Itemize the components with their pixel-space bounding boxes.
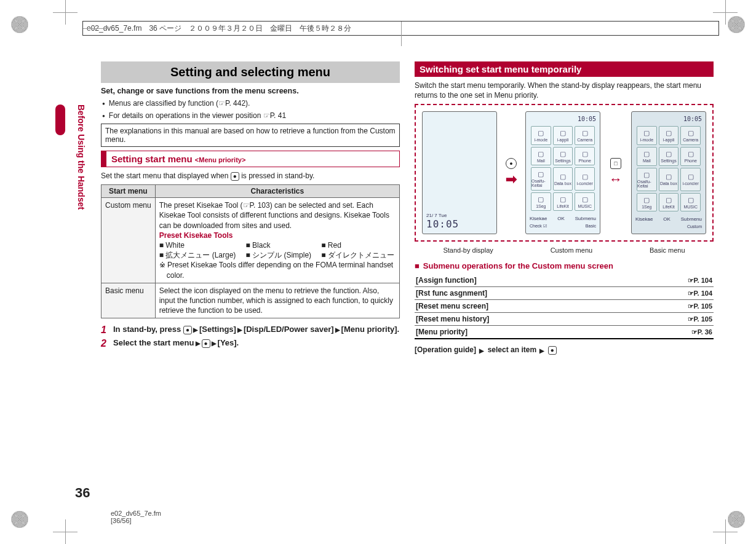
menu-cell-label: i-concier — [682, 181, 698, 186]
menu-cell: ▢MUSIC — [680, 193, 701, 212]
step-2: 2 Select the start menu▶●▶[Yes]. — [101, 338, 400, 349]
arrow-right-icon: ▶ — [194, 340, 202, 347]
menu-cell-label: Osaifu-Keitai — [637, 179, 656, 188]
preset-item: ダイレクトメニュー — [321, 250, 396, 260]
table-row: [Assign function]☞P. 104 — [415, 274, 714, 287]
menu-cell: ▢Data box — [553, 167, 573, 191]
bullet-item: Menus are classified by function (☞P. 44… — [101, 99, 400, 108]
lead-text: Set, change or save functions from the m… — [101, 87, 400, 95]
printers-target-icon — [11, 511, 28, 528]
preset-item: Black — [245, 240, 312, 250]
app-icon: ▢ — [643, 196, 650, 204]
arrow-both-icon: ↔ — [609, 171, 623, 187]
menu-cell-label: MUSIC — [683, 205, 698, 209]
menu-grid: ▢i-mode▢i-appli▢Camera▢Mail▢Settings▢Pho… — [635, 122, 702, 215]
crop-mark-icon — [704, 23, 715, 34]
menu-cell-label: Data box — [660, 181, 677, 186]
table-row: Basic menu Select the icon displayed on … — [101, 283, 400, 318]
table-row: [Reset menu screen]☞P. 105 — [415, 300, 714, 313]
menu-cell-label: Phone — [579, 159, 591, 163]
menu-cell-label: Settings — [555, 159, 570, 163]
ref-label: [Rst func asgnment] — [415, 287, 634, 300]
menu-cell: ▢LifeKit — [659, 193, 679, 212]
section-tab-label: Before Using the Handset — [76, 104, 86, 210]
operation-guide-line: [Operation guide] ▶ select an item ▶ ● — [415, 343, 714, 355]
menu-cell: ▢Osaifu-Keitai — [637, 168, 657, 191]
menu-cell: ▢Settings — [659, 147, 679, 166]
menu-cell-label: Settings — [661, 159, 676, 163]
app-icon: ▢ — [666, 129, 672, 137]
table-cell: Custom menu — [101, 198, 156, 283]
app-icon: ▢ — [666, 150, 672, 158]
app-icon: ▢ — [538, 170, 544, 178]
app-icon: ▢ — [688, 129, 694, 137]
note-box: The explanations in this manual are base… — [101, 124, 400, 147]
menu-cell-label: LifeKit — [557, 204, 568, 208]
crop-mark-icon — [53, 519, 78, 544]
preset-title: Preset Kisekae Tools — [159, 231, 396, 240]
app-icon: ▢ — [666, 196, 672, 204]
tab-marker-icon — [55, 104, 65, 135]
illustration-box: 21/ 7 Tue 10:05 ● ➡ 10:05 ▢i-mode▢i-appl… — [415, 104, 714, 242]
menu-cell-label: i-concier — [576, 181, 592, 186]
right-column: Switching set start menu temporarily Swi… — [415, 61, 714, 495]
arrow-right-icon: ➡ — [506, 171, 517, 187]
menu-cell: ▢Mail — [637, 147, 657, 166]
table-cell: Basic menu — [101, 283, 156, 318]
arrow-right-icon: ▶ — [478, 347, 485, 354]
menu-grid: ▢i-mode▢i-appli▢Camera▢Mail▢Settings▢Pho… — [530, 122, 596, 215]
menu-cell: ▢Osaifu-Keitai — [531, 167, 551, 191]
step-1: 1 In stand-by, press ●▶[Settings]▶[Disp/… — [101, 325, 400, 336]
intro-text: Set the start menu that displayed when ●… — [101, 171, 400, 181]
ref-label: [Assign function] — [415, 274, 634, 287]
menu-cell: ▢Settings — [553, 147, 573, 166]
menu-cell: ▢Phone — [680, 147, 701, 166]
menu-cell: ▢Phone — [575, 147, 595, 166]
menu-cell-label: Data box — [554, 181, 571, 186]
menu-cell: ▢i-appli — [659, 126, 679, 145]
menu-cell: ▢Mail — [531, 147, 551, 166]
preset-item: 拡大メニュー (Large) — [159, 250, 237, 260]
arrow-right-icon: ▶ — [236, 326, 244, 333]
center-key-icon: ● — [183, 326, 192, 334]
reference-table: [Assign function]☞P. 104[Rst func asgnme… — [415, 274, 714, 339]
center-key-icon: ● — [506, 158, 517, 169]
caption: Custom menu — [551, 246, 592, 254]
app-icon: ▢ — [560, 173, 566, 181]
ref-page: ☞P. 104 — [634, 274, 714, 287]
app-icon: ▢ — [560, 150, 566, 158]
phone-basic-menu: 10:05 ▢i-mode▢i-appli▢Camera▢Mail▢Settin… — [631, 111, 706, 234]
center-key-icon: ● — [231, 172, 239, 181]
ref-label: [Menu priority] — [415, 326, 634, 339]
crop-mark-icon — [53, 0, 78, 25]
printers-target-icon — [11, 16, 28, 33]
ref-label: [Reset menu screen] — [415, 300, 634, 313]
ref-label: [Reset menu history] — [415, 313, 634, 326]
app-icon: ▢ — [582, 150, 588, 158]
menu-cell-label: 1Seg — [536, 204, 546, 208]
app-icon: ▢ — [666, 173, 672, 181]
header-text: e02_dv65_7e.fm 36 ページ ２００９年３月２０日 金曜日 午後５… — [87, 23, 351, 34]
preset-item: White — [159, 240, 237, 250]
caption: Basic menu — [650, 246, 685, 254]
app-icon: ▢ — [560, 195, 566, 203]
table-header: Characteristics — [155, 185, 399, 198]
left-column: Setting and selecting menu Set, change o… — [101, 61, 400, 495]
arrow-right-icon: ▶ — [334, 326, 341, 333]
center-key-icon: ● — [202, 339, 210, 348]
menu-cell: ▢1Seg — [637, 193, 657, 212]
caption: Stand-by display — [443, 246, 493, 254]
menu-cell: ▢i-concier — [575, 167, 595, 191]
menu-cell: ▢MUSIC — [575, 192, 595, 211]
section-tab: Before Using the Handset — [76, 61, 86, 495]
table-row: [Rst func asgnment]☞P. 104 — [415, 287, 714, 300]
preset-item: シンプル (Simple) — [245, 250, 312, 260]
menu-cell-label: i-appli — [663, 138, 675, 142]
bullet-item: For details on operations in the viewer … — [101, 111, 400, 120]
app-icon: ▢ — [582, 195, 588, 203]
page-header: e02_dv65_7e.fm 36 ページ ２００９年３月２０日 金曜日 午後５… — [82, 21, 719, 36]
app-icon: ▢ — [688, 173, 694, 181]
phone-custom-menu: 10:05 ▢i-mode▢i-appli▢Camera▢Mail▢Settin… — [525, 111, 600, 234]
table-cell: Select the icon displayed on the menu to… — [155, 283, 399, 318]
app-icon: ▢ — [582, 173, 588, 181]
